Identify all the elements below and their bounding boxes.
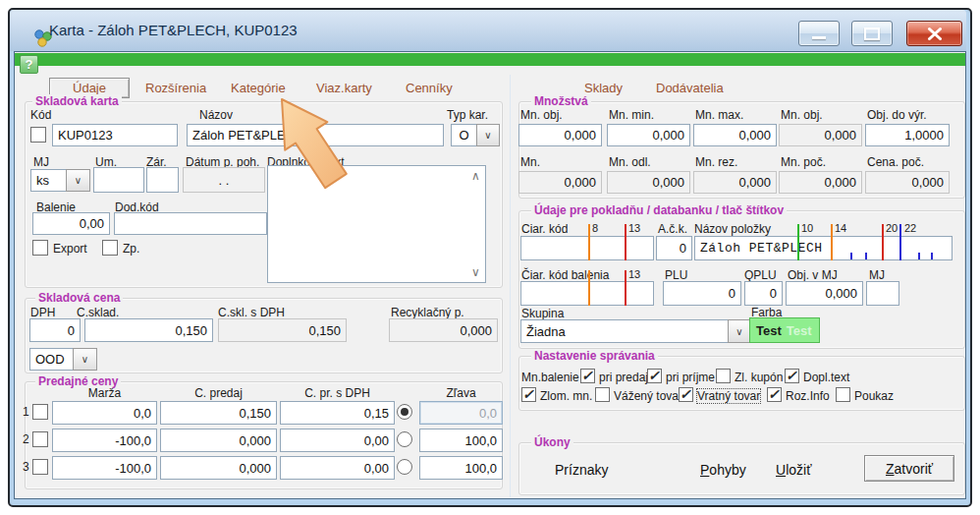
check-icon: ✓ bbox=[768, 386, 780, 402]
plu-field[interactable]: 0 bbox=[663, 281, 741, 306]
mn-obj2-field: 0,000 bbox=[779, 124, 862, 146]
mn-obj-field[interactable]: 0,000 bbox=[518, 124, 602, 146]
csklad-field[interactable]: 0,150 bbox=[84, 318, 213, 342]
zl-kupon-checkbox[interactable]: ✓ bbox=[716, 369, 731, 383]
ack-field[interactable]: 0 bbox=[656, 236, 692, 260]
ood-dropdown-button[interactable]: ∨ bbox=[73, 348, 97, 371]
scroll-up-icon[interactable]: ∧ bbox=[471, 169, 480, 183]
price-row-3-radio[interactable] bbox=[397, 459, 412, 475]
zatvorit-button[interactable]: Zatvoriť bbox=[864, 455, 954, 482]
zar-field[interactable] bbox=[146, 167, 179, 193]
zlava-2-field[interactable]: 100,0 bbox=[419, 429, 503, 452]
check-icon: ✓ bbox=[581, 368, 593, 383]
balenia-marker-13-label: 13 bbox=[628, 268, 640, 280]
c-predaj-3-field[interactable]: 0,000 bbox=[160, 456, 277, 480]
ciar-kod-balenia-field[interactable] bbox=[520, 281, 654, 306]
nazov-polozky-label: Názov položky bbox=[694, 222, 771, 236]
nazov-field[interactable]: Záloh PET&PLECH bbox=[187, 124, 444, 146]
marker-14-label: 14 bbox=[835, 222, 846, 234]
marker-10-label: 10 bbox=[801, 222, 813, 234]
skupina-field[interactable]: Žiadna bbox=[520, 319, 729, 343]
check-icon: ✓ bbox=[648, 368, 660, 383]
price-row-1-checkbox[interactable]: ✓ bbox=[32, 404, 48, 420]
vazeny-tovar-label: Vážený tovar bbox=[614, 389, 682, 403]
poukaz-checkbox[interactable]: ✓ bbox=[836, 387, 850, 402]
mj2-field[interactable] bbox=[866, 281, 899, 306]
tab-cenniky[interactable]: Cenníky bbox=[406, 81, 453, 95]
cskl-s-dph-label: C.skl. s DPH bbox=[218, 306, 285, 319]
pri-prijme-checkbox[interactable]: ✓ bbox=[647, 369, 662, 383]
c-predaj-header: C. predaj bbox=[160, 386, 277, 400]
farba-text-sample: Test bbox=[787, 323, 812, 338]
skupina-dropdown-button[interactable]: ∨ bbox=[728, 319, 751, 343]
pri-predaji-checkbox[interactable]: ✓ bbox=[580, 369, 595, 383]
obj-v-mj-field[interactable]: 0,000 bbox=[786, 281, 863, 306]
c-predaj-2-field[interactable]: 0,000 bbox=[160, 429, 277, 452]
tab-sklady[interactable]: Sklady bbox=[584, 81, 623, 95]
dopl-text-checkbox[interactable]: ✓ bbox=[785, 369, 799, 383]
obj-do-vyr-field[interactable]: 1,0000 bbox=[865, 124, 950, 146]
kod-field[interactable]: KUP0123 bbox=[52, 124, 178, 146]
tab-viazkarty[interactable]: Viaz.karty bbox=[316, 81, 372, 95]
vazeny-tovar-checkbox[interactable]: ✓ bbox=[595, 387, 610, 402]
zlava-header: Zľava bbox=[419, 386, 503, 400]
nazov-label: Názov bbox=[199, 108, 233, 122]
um-field[interactable] bbox=[93, 167, 144, 193]
kod-checkbox[interactable]: ✓ bbox=[30, 127, 46, 143]
tab-kategorie[interactable]: Kategórie bbox=[231, 81, 286, 95]
c-pr-s-dph-2-field[interactable]: 0,00 bbox=[280, 429, 395, 452]
balenia-marker-13-line bbox=[625, 270, 626, 306]
ciar-kod-field[interactable] bbox=[520, 236, 654, 260]
zlava-3-field[interactable]: 100,0 bbox=[419, 456, 503, 480]
mn-rez-field: 0,000 bbox=[693, 171, 777, 194]
marza-3-field[interactable]: -100,0 bbox=[52, 456, 157, 480]
marza-2-field[interactable]: -100,0 bbox=[52, 429, 157, 452]
vratny-tovar-checkbox[interactable]: ✓ bbox=[679, 387, 693, 402]
tab-dodavatelia[interactable]: Dodávatelia bbox=[656, 81, 724, 95]
c-pr-s-dph-1-field[interactable]: 0,15 bbox=[280, 401, 395, 425]
close-button[interactable] bbox=[906, 21, 962, 46]
typ-kar-dropdown-button[interactable]: ∨ bbox=[476, 124, 500, 146]
mn-min-field[interactable]: 0,000 bbox=[607, 124, 690, 146]
balenie-field[interactable]: 0,00 bbox=[32, 212, 110, 235]
nazov-polozky-field[interactable]: Záloh PET&PLECH bbox=[694, 236, 953, 260]
price-row-3-checkbox[interactable]: ✓ bbox=[32, 459, 48, 475]
c-pr-s-dph-3-field[interactable]: 0,00 bbox=[280, 456, 395, 480]
c-predaj-1-field[interactable]: 0,150 bbox=[160, 401, 277, 425]
mj-label: MJ bbox=[33, 155, 49, 169]
scroll-down-icon[interactable]: ∨ bbox=[471, 265, 480, 279]
mn-obj-label: Mn. obj. bbox=[520, 108, 563, 122]
roz-info-checkbox[interactable]: ✓ bbox=[767, 387, 782, 402]
dph-field[interactable]: 0 bbox=[29, 318, 81, 342]
farba-color-button[interactable]: Test Test bbox=[749, 317, 820, 343]
vratny-tovar-label: Vratný tovar bbox=[697, 389, 760, 403]
ack-label: A.č.k. bbox=[658, 222, 687, 236]
tab-rozsirenia[interactable]: Rozšírenia bbox=[145, 81, 206, 95]
mn-max-field[interactable]: 0,000 bbox=[693, 124, 777, 146]
price-row-2-checkbox[interactable]: ✓ bbox=[32, 431, 48, 447]
marza-1-field[interactable]: 0,0 bbox=[52, 401, 157, 425]
char-tick bbox=[931, 253, 933, 259]
pohyby-button[interactable]: Pohyby bbox=[700, 462, 746, 478]
export-checkbox[interactable]: ✓ bbox=[32, 240, 48, 256]
check-icon: ✓ bbox=[786, 368, 797, 383]
ulozit-button[interactable]: Uložiť bbox=[776, 462, 811, 478]
typ-kar-field[interactable]: O bbox=[451, 124, 477, 146]
dodkod-field[interactable] bbox=[114, 212, 267, 235]
doplnkovy-text-textarea[interactable] bbox=[267, 165, 486, 283]
zlom-mn-checkbox[interactable]: ✓ bbox=[521, 387, 536, 402]
price-row-2-radio[interactable] bbox=[397, 431, 412, 447]
price-row-1-radio[interactable] bbox=[397, 404, 412, 420]
mj-dropdown-button[interactable]: ∨ bbox=[66, 169, 90, 192]
qplu-field[interactable]: 0 bbox=[744, 281, 783, 306]
mj-field[interactable]: ks bbox=[30, 169, 67, 192]
roz-info-label: Roz.Info bbox=[786, 389, 830, 403]
zp-checkbox-label: Zp. bbox=[123, 242, 139, 256]
priznaky-button[interactable]: Príznaky bbox=[555, 462, 608, 478]
maximize-button[interactable] bbox=[851, 21, 893, 46]
ood-field[interactable]: OOD bbox=[29, 348, 74, 371]
help-button[interactable]: ? bbox=[20, 55, 38, 74]
minimize-button[interactable] bbox=[798, 21, 840, 46]
datum-p-poh-field[interactable]: . . bbox=[183, 167, 265, 193]
zp-checkbox[interactable]: ✓ bbox=[102, 240, 118, 256]
